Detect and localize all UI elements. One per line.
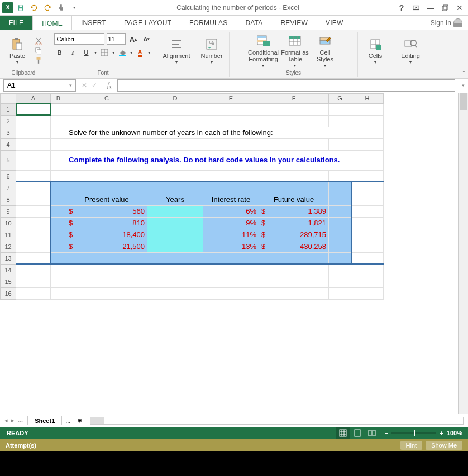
sheet-tab-dots[interactable]: ... <box>62 417 74 424</box>
cell-G7[interactable] <box>329 182 351 194</box>
cut-icon[interactable] <box>34 37 44 45</box>
cancel-formula-icon[interactable]: ✕ <box>82 81 87 89</box>
cell-G13[interactable] <box>329 252 351 264</box>
cell-D2[interactable] <box>147 115 203 127</box>
col-header-H[interactable]: H <box>351 93 384 103</box>
namebox-dropdown-icon[interactable]: ▾ <box>69 83 72 88</box>
next-sheet-icon[interactable]: ▸ <box>11 417 15 424</box>
cell-G16[interactable] <box>329 287 351 299</box>
cell-B14[interactable] <box>51 264 66 276</box>
cell-F6[interactable] <box>259 170 329 182</box>
cell-H2[interactable] <box>351 115 384 127</box>
cell-C11[interactable]: $18,400 <box>66 229 147 241</box>
cell-A11[interactable] <box>16 229 51 241</box>
cell-B16[interactable] <box>51 287 66 299</box>
cell-F14[interactable] <box>259 264 329 276</box>
cell-E16[interactable] <box>203 287 259 299</box>
cell-A14[interactable] <box>16 264 51 276</box>
col-header-B[interactable]: B <box>51 93 66 103</box>
format-painter-icon[interactable] <box>34 56 44 64</box>
tab-pagelayout[interactable]: PAGE LAYOUT <box>115 16 180 30</box>
cell-C2[interactable] <box>66 115 147 127</box>
cell-G11[interactable] <box>329 229 351 241</box>
cell-A16[interactable] <box>16 287 51 299</box>
cell-A10[interactable] <box>16 217 51 229</box>
cells-button[interactable]: Cells▾ <box>361 37 389 65</box>
row-header-14[interactable]: 14 <box>1 264 16 276</box>
cell-B8[interactable] <box>51 194 66 205</box>
cell-E9[interactable]: 6% <box>203 205 259 217</box>
maximize-button[interactable] <box>439 2 451 14</box>
tab-view[interactable]: VIEW <box>317 16 352 30</box>
cell-D1[interactable] <box>147 103 203 115</box>
decrease-font-icon[interactable]: A▾ <box>141 33 152 45</box>
ribbon-options-icon[interactable] <box>410 2 422 14</box>
cell-C13[interactable] <box>66 252 147 264</box>
cell-C5[interactable]: Complete the following analysis. Do not … <box>66 150 351 170</box>
cell-B11[interactable] <box>51 229 66 241</box>
format-as-table-button[interactable]: Format as Table▾ <box>281 33 309 69</box>
cell-H10[interactable] <box>351 217 384 229</box>
cell-E4[interactable] <box>203 138 259 150</box>
cell-C14[interactable] <box>66 264 147 276</box>
col-header-E[interactable]: E <box>203 93 259 103</box>
cell-F2[interactable] <box>259 115 329 127</box>
cell-A15[interactable] <box>16 276 51 287</box>
undo-qat-icon[interactable] <box>28 2 40 14</box>
font-size-input[interactable] <box>107 33 126 45</box>
cell-C16[interactable] <box>66 287 147 299</box>
cell-E11[interactable]: 11% <box>203 229 259 241</box>
row-header-9[interactable]: 9 <box>1 205 16 217</box>
row-header-15[interactable]: 15 <box>1 276 16 287</box>
col-header-A[interactable]: A <box>16 93 51 103</box>
hint-button[interactable]: Hint <box>400 441 423 450</box>
row-header-2[interactable]: 2 <box>1 115 16 127</box>
number-format-button[interactable]: %≠ Number▾ <box>198 37 226 65</box>
cell-A12[interactable] <box>16 241 51 252</box>
cell-B7[interactable] <box>51 182 66 194</box>
redo-qat-icon[interactable] <box>41 2 54 14</box>
tab-home[interactable]: HOME <box>32 16 72 30</box>
cell-C4[interactable] <box>66 138 147 150</box>
cell-H4[interactable] <box>351 138 384 150</box>
cell-B6[interactable] <box>51 170 66 182</box>
cell-E14[interactable] <box>203 264 259 276</box>
cell-G15[interactable] <box>329 276 351 287</box>
cell-F4[interactable] <box>259 138 329 150</box>
cell-H11[interactable] <box>351 229 384 241</box>
cell-H16[interactable] <box>351 287 384 299</box>
conditional-formatting-button[interactable]: Conditional Formatting▾ <box>248 33 279 69</box>
cell-B4[interactable] <box>51 138 66 150</box>
cell-G2[interactable] <box>329 115 351 127</box>
cell-A8[interactable] <box>16 194 51 205</box>
row-header-1[interactable]: 1 <box>1 103 16 115</box>
cell-G4[interactable] <box>329 138 351 150</box>
show-me-button[interactable]: Show Me <box>426 441 462 450</box>
borders-icon[interactable] <box>99 47 110 58</box>
font-name-input[interactable] <box>54 33 104 45</box>
cell-A7[interactable] <box>16 182 51 194</box>
cell-C7[interactable] <box>66 182 147 194</box>
cell-F1[interactable] <box>259 103 329 115</box>
cell-G6[interactable] <box>329 170 351 182</box>
row-header-8[interactable]: 8 <box>1 194 16 205</box>
cell-E6[interactable] <box>203 170 259 182</box>
cell-G9[interactable] <box>329 205 351 217</box>
cell-A9[interactable] <box>16 205 51 217</box>
cell-B12[interactable] <box>51 241 66 252</box>
cell-F10[interactable]: $1,821 <box>259 217 329 229</box>
cell-A3[interactable] <box>16 127 51 138</box>
cell-H14[interactable] <box>351 264 384 276</box>
cell-C12[interactable]: $21,500 <box>66 241 147 252</box>
editing-button[interactable]: Editing▾ <box>397 37 424 65</box>
cell-G10[interactable] <box>329 217 351 229</box>
cell-E13[interactable] <box>203 252 259 264</box>
col-header-C[interactable]: C <box>66 93 147 103</box>
cell-D9[interactable] <box>147 205 203 217</box>
cell-B1[interactable] <box>51 103 66 115</box>
add-sheet-icon[interactable]: ⊕ <box>74 417 85 424</box>
italic-button[interactable]: I <box>68 47 79 58</box>
cell-D7[interactable] <box>147 182 203 194</box>
zoom-slider[interactable] <box>391 432 436 434</box>
cell-E8[interactable]: Interest rate <box>203 194 259 205</box>
